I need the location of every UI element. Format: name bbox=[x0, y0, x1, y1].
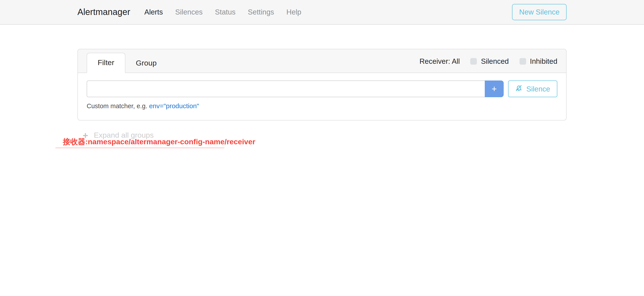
alert-groups-area: + Expand all groups 接收器:namespace/alterm… bbox=[78, 120, 566, 148]
silenced-checkbox-label: Silenced bbox=[481, 57, 509, 66]
app-brand[interactable]: Alertmanager bbox=[78, 7, 130, 17]
silence-button-label: Silence bbox=[526, 85, 550, 93]
nav-item-silences[interactable]: Silences bbox=[169, 8, 209, 16]
tab-filter[interactable]: Filter bbox=[87, 53, 125, 73]
nav-item-help[interactable]: Help bbox=[280, 8, 308, 16]
silenced-checkbox-group[interactable]: Silenced bbox=[470, 57, 509, 66]
new-silence-button[interactable]: New Silence bbox=[512, 4, 566, 20]
silence-from-filter-button[interactable]: Silence bbox=[508, 80, 557, 97]
alertmanager-screen: Alertmanager Alerts Silences Status Sett… bbox=[0, 0, 644, 148]
receiver-group-button-highlighted[interactable]: freeleaps-prod/alertmanager-config/email bbox=[53, 148, 227, 148]
nav-item-status[interactable]: Status bbox=[209, 8, 242, 16]
receiver-annotation-text: 接收器:namespace/altermanager-config-name/r… bbox=[63, 137, 255, 147]
filter-tabs: Filter Group bbox=[87, 49, 167, 72]
matcher-input-group: + bbox=[87, 80, 504, 97]
alert-group-header-row: freeleaps-prod/alertmanager-config/email… bbox=[53, 148, 344, 148]
inhibited-checkbox-group[interactable]: Inhibited bbox=[519, 57, 557, 66]
filter-panel-header: Filter Group Receiver: All Silenced Inhi… bbox=[78, 49, 566, 73]
nav-item-settings[interactable]: Settings bbox=[242, 8, 280, 16]
matcher-example-link[interactable]: env="production" bbox=[149, 102, 199, 110]
nav-item-alerts[interactable]: Alerts bbox=[138, 8, 169, 16]
filter-panel: Filter Group Receiver: All Silenced Inhi… bbox=[78, 49, 566, 120]
filter-panel-body: + Silence Custom mat bbox=[78, 73, 566, 120]
bell-slash-icon bbox=[515, 84, 523, 94]
tab-group[interactable]: Group bbox=[125, 54, 168, 73]
silenced-checkbox[interactable] bbox=[470, 58, 477, 65]
filter-header-controls: Receiver: All Silenced Inhibited bbox=[420, 57, 557, 72]
top-navbar: Alertmanager Alerts Silences Status Sett… bbox=[0, 0, 644, 25]
inhibited-checkbox-label: Inhibited bbox=[530, 57, 557, 66]
matcher-input[interactable] bbox=[87, 80, 485, 97]
custom-matcher-hint: Custom matcher, e.g. env="production" bbox=[87, 102, 557, 110]
add-matcher-button[interactable]: + bbox=[485, 80, 504, 97]
custom-matcher-hint-text: Custom matcher, e.g. bbox=[87, 102, 147, 110]
receiver-filter-dropdown[interactable]: Receiver: All bbox=[420, 57, 460, 66]
nav-links: Alerts Silences Status Settings Help bbox=[138, 8, 308, 16]
inhibited-checkbox[interactable] bbox=[519, 58, 526, 65]
